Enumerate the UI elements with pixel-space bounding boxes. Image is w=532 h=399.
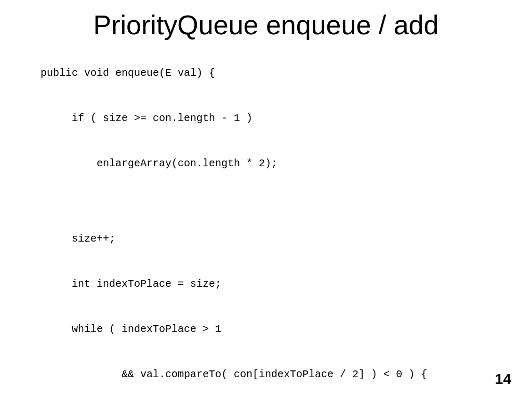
code-line-2: if ( size >= con.length - 1 ) [41, 112, 252, 124]
code-block: public void enqueue(E val) { if ( size >… [16, 50, 516, 399]
code-line-7: while ( indexToPlace > 1 [41, 323, 221, 335]
code-line-8: && val.compareTo( con[indexToPlace / 2] … [41, 368, 427, 380]
code-line-6: int indexToPlace = size; [41, 278, 221, 290]
code-line-1: public void enqueue(E val) { [41, 67, 215, 79]
code-line-5: size++; [41, 233, 115, 245]
slide-page: PriorityQueue enqueue / add public void … [0, 0, 532, 399]
page-number: 14 [495, 371, 511, 388]
slide-title: PriorityQueue enqueue / add [16, 10, 516, 40]
code-line-3: enlargeArray(con.length * 2); [41, 157, 277, 169]
